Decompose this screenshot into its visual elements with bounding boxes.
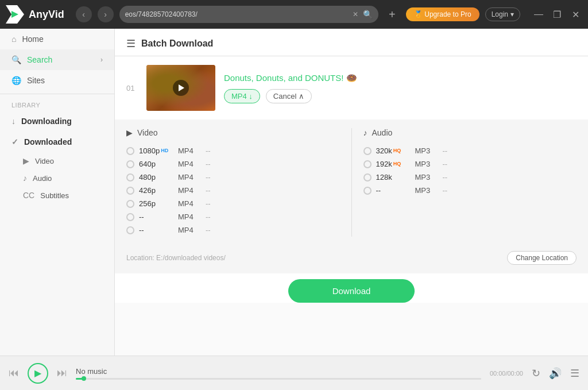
format-panel: ▶ Video 1080pHD MP4 -- 64 — [115, 119, 588, 273]
player-info: No music — [76, 367, 481, 380]
size-1080p: -- — [206, 146, 211, 155]
player-next-button[interactable]: ⏭ — [57, 367, 67, 379]
sidebar-divider — [0, 94, 114, 94]
video-header: 01 Donuts, Donuts, and DONUTS! 🍩 MP4 ↓ — [115, 56, 588, 119]
sidebar-item-sites[interactable]: 🌐 Sites — [0, 70, 114, 91]
nav-forward-button[interactable]: › — [98, 6, 114, 22]
titlebar: AnyVid ‹ › eos/748285702400783/ ✕ 🔍 + 🏅 … — [0, 0, 588, 29]
sidebar-item-subtitles[interactable]: CC Subtitles — [0, 187, 114, 204]
player-volume-button[interactable]: 🔊 — [549, 367, 562, 380]
radio-audio-unknown[interactable] — [363, 187, 372, 195]
quality-640p: 640p — [139, 160, 173, 168]
video-option-unknown2[interactable]: -- MP4 -- — [126, 223, 340, 237]
url-search-icon: 🔍 — [363, 10, 373, 19]
radio-unknown1[interactable] — [126, 213, 134, 221]
quality-unknown2: -- — [139, 226, 173, 234]
audio-option-320k[interactable]: 320kHQ MP3 -- — [363, 144, 577, 157]
content-area: ☰ Batch Download 01 Donuts, Donuts, and … — [115, 29, 588, 356]
quality-128k: 128k — [376, 173, 411, 182]
format-columns: ▶ Video 1080pHD MP4 -- 64 — [126, 128, 577, 237]
bottom-player: ⏮ ▶ ⏭ No music 00:00/00:00 ↻ 🔊 ☰ — [0, 356, 588, 390]
format-mp4-640p: MP4 — [178, 160, 201, 168]
url-close-icon[interactable]: ✕ — [353, 10, 358, 18]
video-col-icon: ▶ — [126, 128, 133, 137]
sidebar-search-label: Search — [27, 55, 52, 64]
login-button[interactable]: Login ▾ — [485, 7, 520, 21]
size-128k: -- — [443, 173, 448, 182]
player-time: 00:00/00:00 — [490, 370, 523, 377]
close-button[interactable]: ✕ — [568, 7, 582, 21]
radio-480p[interactable] — [126, 173, 134, 182]
quality-1080p: 1080pHD — [139, 146, 173, 155]
player-progress-dot — [82, 376, 86, 381]
mp4-format-button[interactable]: MP4 ↓ — [224, 89, 260, 103]
player-play-button[interactable]: ▶ — [28, 363, 48, 384]
sites-icon: 🌐 — [11, 76, 21, 85]
video-info: Donuts, Donuts, and DONUTS! 🍩 MP4 ↓ Canc… — [224, 73, 577, 103]
video-option-256p[interactable]: 256p MP4 -- — [126, 197, 340, 210]
radio-192k[interactable] — [363, 160, 372, 168]
size-unknown1: -- — [206, 213, 211, 221]
nav-back-button[interactable]: ‹ — [76, 6, 92, 22]
play-preview-button[interactable] — [173, 80, 189, 96]
location-row: Location: E:/downloaded videos/ Change L… — [126, 245, 577, 265]
downloaded-icon: ✓ — [11, 137, 18, 146]
radio-unknown2[interactable] — [126, 226, 134, 234]
video-option-480p[interactable]: 480p MP4 -- — [126, 171, 340, 184]
sidebar-home-label: Home — [22, 34, 43, 44]
upgrade-button[interactable]: 🏅 Upgrade to Pro — [406, 7, 479, 21]
item-number: 01 — [126, 84, 138, 92]
add-tab-button[interactable]: + — [384, 6, 400, 22]
batch-header: ☰ Batch Download — [115, 29, 588, 56]
video-option-426p[interactable]: 426p MP4 -- — [126, 184, 340, 197]
window-controls: — ❐ ✕ — [532, 7, 582, 21]
radio-640p[interactable] — [126, 160, 134, 168]
maximize-button[interactable]: ❐ — [550, 7, 564, 21]
audio-option-128k[interactable]: 128k MP3 -- — [363, 171, 577, 184]
sidebar-item-video[interactable]: ▶ Video — [0, 152, 114, 169]
size-426p: -- — [206, 186, 211, 195]
radio-256p[interactable] — [126, 200, 134, 208]
radio-320k[interactable] — [363, 147, 372, 155]
video-option-640p[interactable]: 640p MP4 -- — [126, 157, 340, 171]
sidebar-item-search[interactable]: 🔍 Search › — [0, 49, 114, 70]
minimize-button[interactable]: — — [532, 7, 546, 21]
sidebar-audio-label: Audio — [33, 174, 52, 183]
radio-128k[interactable] — [363, 173, 372, 182]
change-location-button[interactable]: Change Location — [507, 251, 577, 265]
audio-icon: ♪ — [23, 173, 27, 183]
player-playlist-button[interactable]: ☰ — [570, 367, 579, 380]
player-title: No music — [76, 367, 481, 376]
video-option-1080p[interactable]: 1080pHD MP4 -- — [126, 144, 340, 157]
sidebar-item-home[interactable]: ⌂ Home — [0, 29, 114, 49]
audio-option-192k[interactable]: 192kHQ MP3 -- — [363, 157, 577, 171]
player-prev-button[interactable]: ⏮ — [9, 367, 19, 379]
size-audio-unknown: -- — [443, 186, 448, 195]
format-mp4-426p: MP4 — [178, 186, 201, 195]
quality-480p: 480p — [139, 173, 173, 182]
cancel-button[interactable]: Cancel ∧ — [266, 89, 312, 103]
quality-426p: 426p — [139, 186, 173, 195]
library-label: Library — [0, 97, 114, 111]
video-format-col: ▶ Video 1080pHD MP4 -- 64 — [126, 128, 340, 237]
sidebar-item-downloaded[interactable]: ✓ Downloaded — [0, 132, 114, 152]
format-mp3-128k: MP3 — [415, 173, 438, 182]
format-mp3-320k: MP3 — [415, 146, 438, 155]
url-bar[interactable]: eos/748285702400783/ ✕ 🔍 — [119, 6, 378, 23]
audio-option-unknown[interactable]: -- MP3 -- — [363, 184, 577, 197]
player-progress-bar[interactable] — [76, 378, 481, 380]
player-repeat-button[interactable]: ↻ — [532, 367, 540, 380]
format-divider — [351, 128, 352, 237]
video-option-unknown1[interactable]: -- MP4 -- — [126, 210, 340, 223]
batch-title: Batch Download — [141, 38, 213, 49]
format-mp4-480p: MP4 — [178, 173, 201, 182]
sidebar-item-downloading[interactable]: ↓ Downloading — [0, 111, 114, 132]
downloading-icon: ↓ — [11, 117, 16, 126]
video-title: Donuts, Donuts, and DONUTS! 🍩 — [224, 73, 577, 83]
scroll-area[interactable]: 01 Donuts, Donuts, and DONUTS! 🍩 MP4 ↓ — [115, 56, 588, 356]
sidebar-item-audio[interactable]: ♪ Audio — [0, 169, 114, 187]
radio-426p[interactable] — [126, 187, 134, 195]
radio-1080p[interactable] — [126, 147, 134, 155]
download-button[interactable]: Download — [288, 279, 415, 303]
player-controls-right: ↻ 🔊 ☰ — [532, 367, 579, 380]
